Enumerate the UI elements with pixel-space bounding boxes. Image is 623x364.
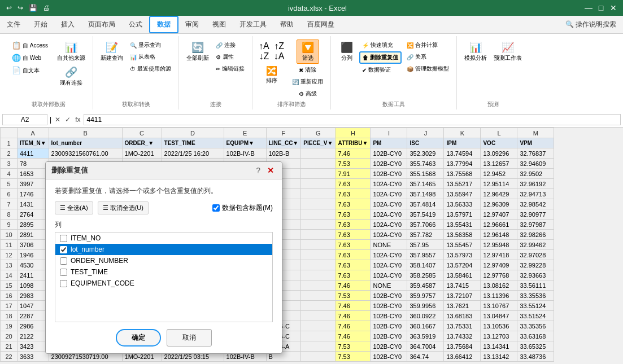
tab-layout[interactable]: 页面布局: [81, 16, 122, 33]
other-sources-btn[interactable]: 📊 自其他来源: [54, 40, 88, 64]
dialog-column-list[interactable]: ITEM_NOlot_numberORDER_NUMBERTEST_TIMEEQ…: [55, 232, 273, 322]
select-all-label: 全选(A): [67, 204, 88, 212]
web-btn[interactable]: 🌐 自 Web: [9, 52, 51, 64]
sort-za-btn[interactable]: ↑Z↓A: [272, 40, 286, 63]
select-all-btn[interactable]: ☰ 全选(A): [55, 201, 93, 214]
dialog-col-label-test_time: TEST_TIME: [71, 268, 108, 276]
redo-btn[interactable]: ↪: [16, 3, 25, 13]
reapply-btn[interactable]: 🔄 重新应用: [289, 76, 326, 87]
formula-sep: |: [50, 116, 51, 124]
show-query-btn[interactable]: 🔍 显示查询: [127, 40, 174, 51]
merge-btn[interactable]: 🔀 合并计算: [404, 40, 452, 51]
sort-btn[interactable]: 🔀 排序: [260, 64, 283, 86]
other-sources-icon: 📊: [65, 41, 77, 54]
dialog-col-equipment_code[interactable]: EQUIPMENT_CODE: [55, 278, 272, 289]
data-has-header-checkbox[interactable]: [212, 204, 220, 212]
dialog-confirm-btn[interactable]: 确定: [116, 329, 161, 347]
tab-view[interactable]: 视图: [206, 16, 233, 33]
text-to-columns-btn[interactable]: ⬛ 分列: [336, 40, 358, 64]
remove-duplicates-dialog: 删除重复值 ? ✕ 若要删除重复值，请选择一个或多个包含重复值的列。 ☰ 全选(…: [45, 161, 282, 354]
tab-formulas[interactable]: 公式: [122, 16, 149, 33]
filter-btn[interactable]: 🔽 筛选: [297, 40, 319, 64]
connections-detail-btn[interactable]: 🔗 连接: [213, 40, 247, 51]
minimize-btn[interactable]: —: [583, 3, 594, 13]
tab-file[interactable]: 文件: [0, 16, 27, 33]
undo-btn[interactable]: ↩: [5, 3, 14, 13]
tab-home[interactable]: 开始: [27, 16, 54, 33]
sort-icon: 🔀: [266, 65, 277, 76]
dialog-overlay: 删除重复值 ? ✕ 若要删除重复值，请选择一个或多个包含重复值的列。 ☰ 全选(…: [0, 128, 623, 364]
dialog-col-item_no[interactable]: ITEM_NO: [55, 233, 272, 244]
recent-sources-btn[interactable]: ⏱ 最近使用的源: [127, 63, 174, 74]
unselect-all-btn[interactable]: ☰ 取消全选(U): [98, 201, 149, 214]
access-btn[interactable]: 📋 自 Access: [9, 40, 51, 51]
dialog-help-icon[interactable]: ?: [254, 165, 263, 176]
dialog-col-test_time[interactable]: TEST_TIME: [55, 266, 272, 278]
title-bar: ↩ ↪ 💾 🖨 ivdata.xlsx - Excel — □ ✕: [0, 0, 623, 16]
relations-btn[interactable]: 🔗 关系: [404, 51, 452, 63]
dialog-col-label-lot_number: lot_number: [71, 245, 104, 253]
dialog-col-checkbox-order_number[interactable]: [60, 257, 67, 265]
tab-search[interactable]: 🔍 操作说明搜索: [559, 16, 623, 33]
what-if-btn[interactable]: 📊 模拟分析: [461, 40, 490, 64]
tab-review[interactable]: 审阅: [178, 16, 206, 33]
spreadsheet-container: A B C D E F G H I J K L M 1 ITEM_N▼: [0, 128, 623, 364]
dialog-title-bar: 删除重复值 ? ✕: [46, 162, 282, 179]
select-all-icon: ☰: [60, 204, 66, 212]
clear-btn[interactable]: ✖ 清除: [296, 64, 319, 76]
data-validation-btn[interactable]: ✔ 数据验证: [359, 64, 402, 76]
relations-icon: 🔗: [407, 54, 413, 60]
tab-help[interactable]: 帮助: [273, 16, 300, 33]
existing-connections-btn[interactable]: 🔗 现有连接: [54, 64, 88, 89]
dialog-cancel-btn[interactable]: 取消: [167, 329, 212, 347]
dialog-title: 删除重复值: [51, 165, 88, 176]
confirm-formula-icon[interactable]: ✓: [64, 115, 72, 125]
validate-icon: ✔: [362, 67, 367, 73]
flash-fill-btn[interactable]: ⚡ 快速填充: [359, 40, 402, 51]
insert-function-icon[interactable]: fx: [74, 115, 81, 125]
close-btn[interactable]: ✕: [608, 3, 618, 13]
dialog-col-lot_number[interactable]: lot_number: [55, 244, 272, 255]
forecast-sheet-btn[interactable]: 📈 预测工作表: [491, 40, 525, 64]
new-query-btn[interactable]: 📝 新建查询: [98, 40, 126, 64]
filter-icon: 🔽: [302, 41, 314, 54]
manage-model-btn[interactable]: 📦 管理数据模型: [404, 63, 452, 74]
forecast-icon: 📈: [502, 41, 514, 54]
dialog-close-btn[interactable]: ✕: [265, 165, 276, 176]
from-table-btn[interactable]: 📊 从表格: [127, 51, 174, 63]
tab-baidu[interactable]: 百度网盘: [300, 16, 341, 33]
forecast-label: 预测: [487, 99, 499, 108]
ribbon-content: 📋 自 Access 🌐 自 Web 📄 自文本 📊 自其他来源: [0, 34, 623, 112]
dialog-col-checkbox-item_no[interactable]: [60, 235, 67, 242]
from-table-icon: 📊: [130, 54, 137, 60]
sort-az-btn[interactable]: ↑A↓Z: [257, 40, 271, 63]
dialog-col-order_number[interactable]: ORDER_NUMBER: [55, 255, 272, 266]
tab-dev[interactable]: 开发工具: [233, 16, 273, 33]
save-btn[interactable]: 💾: [27, 3, 39, 13]
remove-duplicates-btn[interactable]: 🗑 删除重复值: [359, 51, 402, 64]
model-icon: 📦: [407, 66, 413, 72]
ribbon-group-forecast: 📊 模拟分析 📈 预测工作表 预测: [457, 36, 529, 109]
restore-btn[interactable]: □: [596, 3, 606, 13]
sort-filter-label: 排序和筛选: [277, 99, 306, 108]
dialog-col-checkbox-lot_number[interactable]: [60, 246, 67, 253]
dialog-col-checkbox-equipment_code[interactable]: [60, 280, 67, 287]
refresh-all-btn[interactable]: 🔄 全部刷新: [184, 40, 212, 64]
print-preview-btn[interactable]: 🖨: [41, 3, 51, 13]
text-to-col-icon: ⬛: [341, 41, 353, 54]
cancel-formula-icon[interactable]: ✕: [54, 115, 62, 125]
edit-links-btn[interactable]: ✏ 编辑链接: [213, 63, 247, 74]
text-btn[interactable]: 📄 自文本: [9, 64, 51, 76]
refresh-icon: 🔄: [191, 41, 204, 54]
tab-data[interactable]: 数据: [149, 16, 178, 33]
tab-insert[interactable]: 插入: [54, 16, 81, 33]
advanced-btn[interactable]: ⚙ 高级: [296, 88, 320, 99]
dialog-col-checkbox-test_time[interactable]: [60, 269, 67, 276]
data-has-header-label: 数据包含标题(M): [222, 203, 273, 213]
formula-input[interactable]: [84, 114, 621, 125]
dialog-footer: 确定 取消: [55, 329, 273, 347]
cell-reference[interactable]: [2, 114, 47, 125]
link-icon: 🔗: [216, 42, 223, 49]
get-transform-label: 获取和转换: [122, 99, 150, 108]
properties-btn[interactable]: ⚙ 属性: [213, 51, 247, 63]
